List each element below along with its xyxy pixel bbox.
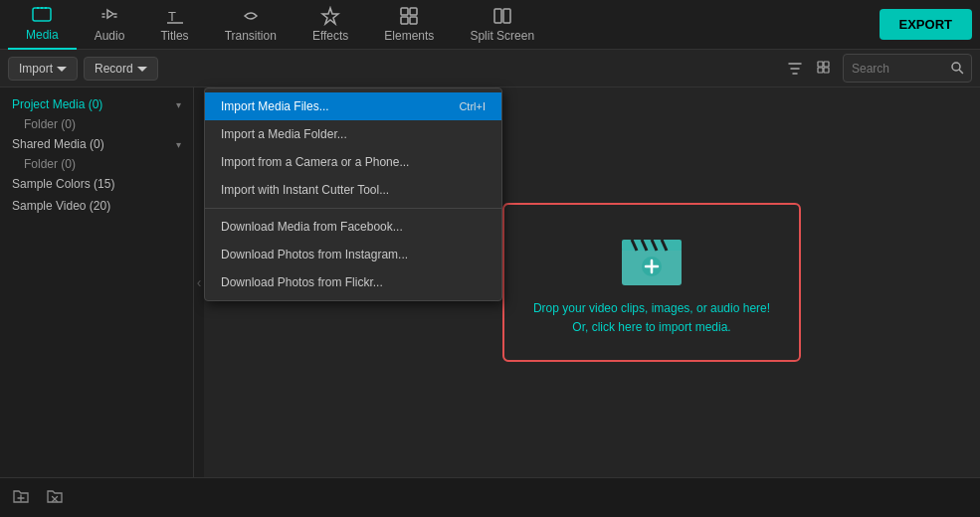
download-facebook-label: Download Media from Facebook...: [221, 220, 403, 234]
nav-media-label: Media: [26, 28, 59, 42]
svg-point-16: [952, 63, 960, 71]
nav-item-media[interactable]: Media: [8, 0, 77, 50]
sidebar-item-shared-media[interactable]: Shared Media (0) ▾: [0, 133, 193, 155]
bottom-bar: [0, 477, 980, 517]
sample-colors-label: Sample Colors (15): [12, 177, 181, 191]
svg-rect-4: [401, 8, 408, 15]
download-instagram-label: Download Photos from Instagram...: [221, 248, 408, 261]
svg-marker-3: [322, 8, 338, 24]
transition-icon: [241, 6, 261, 26]
import-label: Import: [19, 62, 53, 76]
svg-rect-5: [410, 8, 417, 15]
resize-handle[interactable]: ‹: [194, 87, 204, 477]
record-label: Record: [95, 62, 133, 76]
import-dropdown-menu: Import Media Files... Ctrl+I Import a Me…: [204, 87, 502, 301]
record-button[interactable]: Record: [84, 57, 158, 81]
toolbar-row: Import Record: [0, 50, 980, 87]
elements-icon: [399, 6, 419, 26]
search-icon[interactable]: [947, 58, 968, 79]
project-media-arrow-icon: ▾: [176, 99, 181, 110]
folder2-label: Folder (0): [24, 157, 76, 171]
menu-divider: [205, 208, 501, 209]
delete-folder-icon[interactable]: [46, 487, 64, 509]
svg-marker-11: [137, 67, 147, 72]
main-area: Project Media (0) ▾ Folder (0) Shared Me…: [0, 87, 980, 477]
top-navigation: Media Audio T Titles Transition Effects: [0, 0, 980, 50]
menu-item-import-folder[interactable]: Import a Media Folder...: [205, 120, 501, 148]
sidebar: Project Media (0) ▾ Folder (0) Shared Me…: [0, 87, 194, 477]
add-folder-icon[interactable]: [12, 487, 30, 509]
split-screen-icon: [492, 6, 512, 26]
import-dropdown-arrow-icon: [57, 64, 67, 74]
clapperboard-icon: [617, 228, 686, 287]
nav-item-elements[interactable]: Elements: [366, 0, 452, 50]
nav-audio-label: Audio: [95, 29, 125, 43]
menu-item-import-files[interactable]: Import Media Files... Ctrl+I: [205, 92, 501, 120]
drop-zone-line2: Or, click here to import media.: [533, 318, 770, 337]
svg-rect-8: [494, 9, 501, 23]
import-camera-label: Import from a Camera or a Phone...: [221, 155, 409, 169]
media-icon: [32, 5, 52, 25]
svg-rect-14: [818, 68, 823, 73]
audio-icon: [99, 6, 119, 26]
nav-transition-label: Transition: [225, 29, 277, 43]
shared-media-arrow-icon: ▾: [176, 139, 181, 150]
nav-item-transition[interactable]: Transition: [207, 0, 294, 50]
nav-effects-label: Effects: [312, 29, 348, 43]
nav-item-effects[interactable]: Effects: [294, 0, 366, 50]
titles-icon: T: [165, 6, 185, 26]
nav-item-audio[interactable]: Audio: [77, 0, 143, 50]
drop-zone-line1: Drop your video clips, images, or audio …: [533, 299, 770, 318]
menu-item-download-flickr[interactable]: Download Photos from Flickr...: [205, 268, 501, 296]
sidebar-item-sample-video[interactable]: Sample Video (20): [0, 195, 193, 217]
import-folder-label: Import a Media Folder...: [221, 127, 347, 141]
download-flickr-label: Download Photos from Flickr...: [221, 275, 383, 289]
sidebar-item-sample-colors[interactable]: Sample Colors (15): [0, 173, 193, 195]
search-input[interactable]: [852, 62, 941, 76]
svg-rect-0: [33, 8, 51, 21]
nav-elements-label: Elements: [384, 29, 434, 43]
nav-split-screen-label: Split Screen: [470, 29, 534, 43]
svg-marker-10: [57, 67, 67, 72]
record-dropdown-arrow-icon: [137, 64, 147, 74]
grid-icon[interactable]: [813, 57, 837, 81]
import-button[interactable]: Import: [8, 57, 78, 81]
svg-rect-6: [401, 17, 408, 24]
sidebar-item-folder2[interactable]: Folder (0): [0, 155, 193, 173]
import-cutter-label: Import with Instant Cutter Tool...: [221, 183, 389, 197]
sidebar-item-folder[interactable]: Folder (0): [0, 115, 193, 133]
filter-icon[interactable]: [783, 57, 807, 81]
menu-item-import-camera[interactable]: Import from a Camera or a Phone...: [205, 148, 501, 176]
menu-item-import-cutter[interactable]: Import with Instant Cutter Tool...: [205, 176, 501, 204]
sample-video-label: Sample Video (20): [12, 199, 181, 213]
svg-rect-7: [410, 17, 417, 24]
export-button[interactable]: EXPORT: [880, 9, 972, 40]
menu-item-download-instagram[interactable]: Download Photos from Instagram...: [205, 241, 501, 268]
import-files-label: Import Media Files...: [221, 99, 329, 113]
project-media-label: Project Media (0): [12, 97, 176, 111]
search-box: [843, 54, 972, 83]
svg-rect-12: [818, 62, 823, 67]
shared-media-label: Shared Media (0): [12, 137, 176, 151]
content-area[interactable]: Import Media Files... Ctrl+I Import a Me…: [204, 87, 980, 477]
drop-zone-text: Drop your video clips, images, or audio …: [533, 299, 770, 337]
svg-text:T: T: [168, 9, 176, 24]
svg-rect-15: [824, 68, 829, 73]
nav-item-split-screen[interactable]: Split Screen: [452, 0, 552, 50]
menu-item-download-facebook[interactable]: Download Media from Facebook...: [205, 213, 501, 241]
sidebar-item-project-media[interactable]: Project Media (0) ▾: [0, 93, 193, 115]
svg-rect-9: [503, 9, 510, 23]
folder-label: Folder (0): [24, 117, 76, 131]
effects-icon: [320, 6, 340, 26]
import-files-shortcut: Ctrl+I: [459, 100, 486, 112]
nav-item-titles[interactable]: T Titles: [142, 0, 206, 50]
drop-zone[interactable]: Drop your video clips, images, or audio …: [502, 203, 801, 362]
svg-rect-13: [824, 62, 829, 67]
nav-titles-label: Titles: [160, 29, 188, 43]
